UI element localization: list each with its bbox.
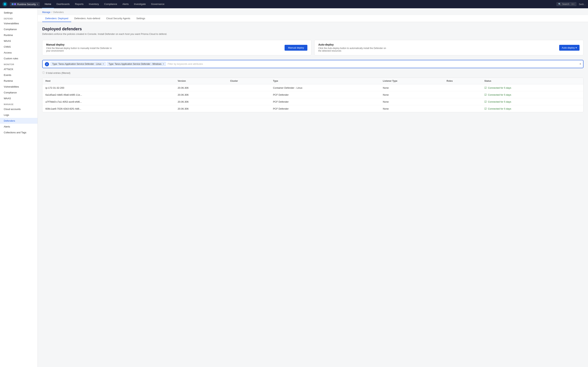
sidebar-item-waas-defend[interactable]: WAAS — [0, 38, 37, 44]
cell-type: PCF Defender — [270, 91, 380, 98]
tabs-bar: Defenders: Deployed Defenders: Auto-defe… — [38, 15, 588, 22]
tab-defenders-auto-defend[interactable]: Defenders: Auto-defend — [71, 15, 103, 22]
cell-status: ☑ Connected for 5 days — [481, 84, 583, 91]
search-icon: 🔍 — [558, 3, 561, 5]
table-row[interactable]: ip-172-31-32-200 20.06.306 Container Def… — [43, 84, 583, 91]
status-connected-icon: ☑ — [484, 100, 487, 103]
col-roles: Roles — [444, 78, 481, 84]
settings-link[interactable]: Setti... — [579, 3, 586, 6]
search-box[interactable]: 🔍 Search ⌘K — [556, 2, 577, 6]
auto-deploy-button-label: Auto-deploy — [562, 46, 575, 49]
sidebar-item-runtime-monitor[interactable]: Runtime — [0, 78, 37, 84]
sidebar-item-attck[interactable]: ATT&CK — [0, 66, 37, 72]
col-status: Status — [481, 78, 583, 84]
sidebar-section-manage: MANAGE — [0, 101, 37, 106]
filter-tag-text: Type: Tanzu Application Service Defender… — [52, 63, 101, 65]
breadcrumb-parent[interactable]: Manage — [42, 11, 50, 14]
sidebar-item-defenders[interactable]: Defenders — [0, 118, 37, 124]
manual-deploy-button[interactable]: Manual deploy — [285, 45, 307, 51]
sidebar-item-label: Alerts — [4, 125, 10, 128]
nav-alerts[interactable]: Alerts — [120, 0, 131, 8]
sidebar-item-label: Cloud accounts — [4, 108, 21, 110]
nav-governance[interactable]: Governance — [148, 0, 167, 8]
page-description: Defenders enforce the policies created i… — [42, 33, 583, 35]
filter-clear-icon[interactable]: × — [579, 62, 581, 66]
sidebar-item-label: Runtime — [4, 34, 13, 37]
search-label: Search — [562, 3, 569, 5]
cell-version: 20.06.306 — [175, 105, 227, 112]
sidebar-item-events[interactable]: Events — [0, 72, 37, 78]
deploy-cards: Manual deploy Click the Manual deploy bu… — [42, 40, 583, 55]
sidebar: Settings DEFEND Vulnerabilities Complian… — [0, 8, 38, 367]
cell-listener-type: None — [380, 98, 443, 105]
manual-deploy-text: Manual deploy Click the Manual deploy bu… — [46, 43, 114, 52]
table-row[interactable]: 6a1d5ae2-4db5-49a6-b485-11e... 20.06.306… — [43, 91, 583, 98]
nav-dashboards[interactable]: Dashboards — [54, 0, 72, 8]
cell-type: Container Defender - Linux — [270, 84, 380, 91]
sidebar-item-alerts-manage[interactable]: Alerts — [0, 124, 37, 130]
cell-type: PCF Defender — [270, 105, 380, 112]
sidebar-item-settings[interactable]: Settings — [0, 10, 37, 16]
product-switcher[interactable]: Runtime Security ▾ — [10, 2, 40, 6]
tab-defenders-deployed[interactable]: Defenders: Deployed — [42, 15, 71, 22]
nav-inventory[interactable]: Inventory — [86, 0, 101, 8]
auto-deploy-chevron-icon: ▾ — [576, 46, 577, 49]
sidebar-item-label: Vulnerabilities — [4, 85, 19, 88]
tab-cloud-security-agents[interactable]: Cloud Security Agents — [103, 15, 133, 22]
sidebar-item-vulnerabilities-monitor[interactable]: Vulnerabilities — [0, 84, 37, 90]
sidebar-item-compliance-defend[interactable]: Compliance — [0, 26, 37, 32]
col-listener-type: Listener Type — [380, 78, 443, 84]
cell-roles — [444, 91, 481, 98]
sidebar-item-cloud-accounts[interactable]: Cloud accounts — [0, 106, 37, 112]
entries-count: 0 total entries (filtered) — [46, 72, 70, 74]
filter-tag-remove-linux[interactable]: × — [102, 63, 104, 65]
auto-deploy-card: Auto-deploy Click the Auto-deploy button… — [314, 40, 583, 55]
chevron-down-icon: ▾ — [37, 3, 38, 5]
sidebar-item-label: Custom rules — [4, 57, 18, 60]
sidebar-section-defend: DEFEND — [0, 16, 37, 21]
tab-settings[interactable]: Settings — [133, 15, 148, 22]
cell-listener-type: None — [380, 105, 443, 112]
col-host: Host — [43, 78, 175, 84]
table-row[interactable]: 608c1ae6-7026-42b3-82f1-4d8... 20.06.306… — [43, 105, 583, 112]
status-connected-icon: ☑ — [484, 107, 487, 110]
sidebar-item-logs[interactable]: Logs — [0, 112, 37, 118]
sidebar-item-access[interactable]: Access — [0, 50, 37, 56]
table: Host Version Cluster Type Listener Type … — [43, 78, 583, 112]
status-text: Connected for 5 days — [488, 107, 511, 110]
breadcrumb: Manage / Defenders — [38, 8, 588, 14]
sidebar-item-collections-and-tags[interactable]: Collections and Tags — [0, 130, 37, 135]
sidebar-item-label: Vulnerabilities — [4, 22, 19, 25]
cell-version: 20.06.306 — [175, 84, 227, 91]
sidebar-item-label: CNNS — [4, 45, 11, 48]
filter-tag-windows[interactable]: Type: Tanzu Application Service Defender… — [107, 62, 166, 66]
sidebar-item-vulnerabilities-defend[interactable]: Vulnerabilities — [0, 21, 37, 26]
filter-count: 2 — [46, 63, 48, 65]
main-layout: Settings DEFEND Vulnerabilities Complian… — [0, 8, 588, 367]
app-logo[interactable] — [2, 1, 8, 7]
table-row[interactable]: a7f79dd3-c7a1-4052-ace9-efd6... 20.06.30… — [43, 98, 583, 105]
filter-bar[interactable]: 2 Type: Tanzu Application Service Defend… — [42, 60, 583, 68]
cell-host: 6a1d5ae2-4db5-49a6-b485-11e... — [43, 91, 175, 98]
cell-roles — [444, 84, 481, 91]
sidebar-item-cnns[interactable]: CNNS — [0, 44, 37, 50]
filter-tag-remove-windows[interactable]: × — [163, 63, 164, 65]
sidebar-item-compliance-monitor[interactable]: Compliance — [0, 90, 37, 95]
nav-investigate[interactable]: Investigate — [131, 0, 148, 8]
sidebar-item-label: Access — [4, 51, 12, 54]
nav-home[interactable]: Home — [42, 0, 54, 8]
filter-placeholder[interactable]: Filter by keywords and attributes — [167, 62, 204, 66]
cell-version: 20.06.306 — [175, 98, 227, 105]
nav-compliance[interactable]: Compliance — [102, 0, 120, 8]
sidebar-item-custom-rules[interactable]: Custom rules — [0, 56, 37, 61]
page-content-area: Deployed defenders Defenders enforce the… — [38, 22, 588, 117]
filter-tag-linux[interactable]: Type: Tanzu Application Service Defender… — [51, 62, 106, 66]
auto-deploy-button[interactable]: Auto-deploy ▾ — [559, 45, 579, 51]
sidebar-item-waas-monitor[interactable]: WAAS — [0, 95, 37, 101]
sidebar-item-runtime-defend[interactable]: Runtime — [0, 32, 37, 38]
nav-items: Home Dashboards Reports Inventory Compli… — [42, 0, 556, 8]
cell-status: ☑ Connected for 5 days — [481, 91, 583, 98]
nav-right: 🔍 Search ⌘K Setti... — [556, 2, 586, 6]
nav-reports[interactable]: Reports — [72, 0, 86, 8]
table-header: Host Version Cluster Type Listener Type … — [43, 78, 583, 84]
